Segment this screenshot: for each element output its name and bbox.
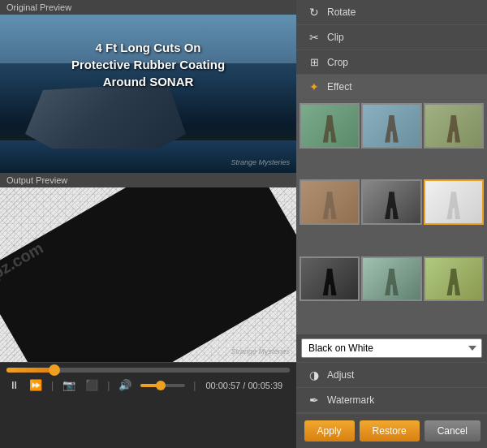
- effect-thumb-4[interactable]: [300, 179, 360, 225]
- rotate-label: Rotate: [327, 6, 356, 18]
- controls-bar: ⏸ ⏩ | 📷 ⬛ | 🔊 | 00:00:57 / 00:05:39: [0, 362, 296, 448]
- cancel-button[interactable]: Cancel: [425, 420, 481, 442]
- bottom-tools: ◑ Adjust ✒ Watermark: [296, 362, 487, 413]
- effect-icon: ✦: [308, 80, 321, 93]
- effect-thumb-5[interactable]: [361, 179, 421, 225]
- effect-thumb-6[interactable]: [424, 179, 484, 225]
- output-brand-watermark: Strange Mysteries: [231, 347, 290, 355]
- tool-effect[interactable]: ✦ Effect: [296, 75, 487, 100]
- effect-label: Effect: [327, 81, 351, 93]
- volume-slider[interactable]: [140, 384, 185, 387]
- progress-thumb[interactable]: [49, 364, 60, 376]
- volume-button[interactable]: 🔊: [116, 378, 134, 392]
- watermark-label: Watermark: [327, 394, 374, 406]
- record-button[interactable]: ⬛: [83, 378, 101, 392]
- rotate-icon: ↻: [308, 6, 321, 19]
- tool-menu: ↻ Rotate ✂ Clip ⊞ Crop ✦ Effect: [296, 0, 487, 100]
- separator-3: |: [193, 380, 196, 391]
- restore-button[interactable]: Restore: [360, 420, 420, 442]
- crop-icon: ⊞: [308, 56, 321, 68]
- tool-watermark[interactable]: ✒ Watermark: [296, 388, 487, 413]
- play-pause-button[interactable]: ⏸: [6, 378, 22, 392]
- output-preview: 4 Ft Long Cuts OnProtective Rubber Coati…: [0, 187, 296, 362]
- effect-thumb-2[interactable]: [361, 103, 421, 149]
- right-panel: ↻ Rotate ✂ Clip ⊞ Crop ✦ Effect: [296, 0, 487, 448]
- apply-button[interactable]: Apply: [304, 420, 355, 442]
- screenshot-button[interactable]: 📷: [60, 378, 78, 392]
- crop-label: Crop: [327, 57, 348, 68]
- tool-crop[interactable]: ⊞ Crop: [296, 50, 487, 75]
- watermark-icon: ✒: [308, 394, 321, 407]
- effects-grid: [296, 100, 487, 334]
- progress-fill: [6, 368, 54, 373]
- output-video-title: 4 Ft Long Cuts OnProtective Rubber Coati…: [0, 212, 296, 260]
- effects-panel: Black on White None Sketch Grayscale Sep…: [296, 100, 487, 362]
- time-display: 00:00:57 / 00:05:39: [205, 381, 282, 390]
- original-watermark: Strange Mysteries: [231, 158, 290, 166]
- output-preview-label: Output Preview: [0, 173, 296, 187]
- clip-icon: ✂: [308, 31, 321, 44]
- effect-thumb-9[interactable]: [424, 256, 484, 302]
- original-video-title: 4 Ft Long Cuts OnProtective Rubber Coati…: [0, 39, 296, 90]
- action-buttons: Apply Restore Cancel: [296, 413, 487, 448]
- adjust-label: Adjust: [327, 369, 354, 381]
- tool-clip[interactable]: ✂ Clip: [296, 25, 487, 50]
- separator-2: |: [107, 380, 110, 391]
- left-panel: Original Preview 4 Ft Long Cuts OnProtec…: [0, 0, 296, 448]
- fast-forward-button[interactable]: ⏩: [27, 378, 45, 392]
- effect-thumb-3[interactable]: [424, 103, 484, 149]
- volume-thumb[interactable]: [156, 381, 166, 390]
- effect-dropdown[interactable]: Black on White None Sketch Grayscale Sep…: [301, 338, 482, 358]
- clip-label: Clip: [327, 32, 344, 43]
- separator-1: |: [51, 380, 54, 391]
- effect-dropdown-row: Black on White None Sketch Grayscale Sep…: [296, 334, 487, 362]
- tool-rotate[interactable]: ↻ Rotate: [296, 0, 487, 25]
- progress-bar-container[interactable]: [6, 368, 290, 373]
- original-preview-label: Original Preview: [0, 0, 296, 15]
- effect-thumb-7[interactable]: [300, 256, 360, 302]
- effect-thumb-8[interactable]: [361, 256, 421, 302]
- tool-adjust[interactable]: ◑ Adjust: [296, 363, 487, 388]
- effect-thumb-1[interactable]: [300, 103, 360, 149]
- adjust-icon: ◑: [308, 368, 321, 381]
- original-preview: 4 Ft Long Cuts OnProtective Rubber Coati…: [0, 15, 296, 173]
